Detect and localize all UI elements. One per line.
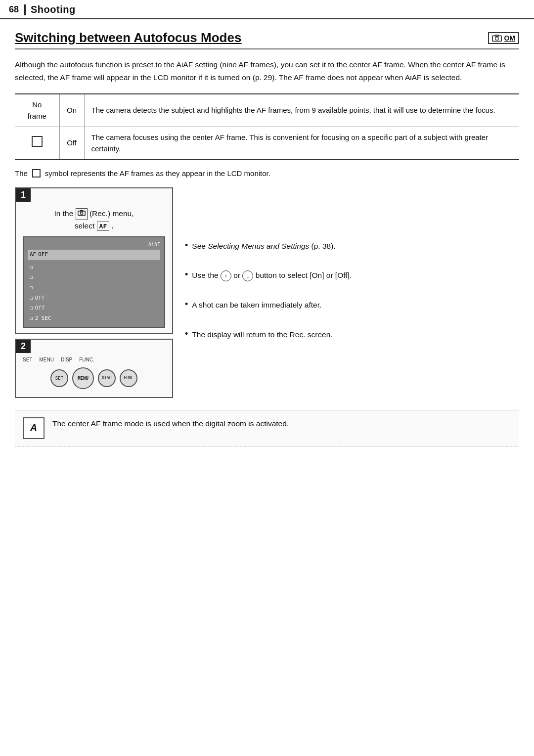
- menu-off-label: OFF: [38, 250, 48, 260]
- section-label: Shooting: [31, 4, 76, 15]
- svg-point-5: [80, 212, 83, 215]
- step2-content: SET MENU DISP FUNC. SET MENU DISP: [16, 353, 172, 397]
- mode-label: OM: [504, 34, 515, 42]
- menu-icon-6: ◻: [30, 314, 33, 323]
- step1-text: In the (Rec.) menu, select AF .: [23, 208, 165, 231]
- menu-icon-1: ◻: [30, 263, 33, 272]
- table-cell-desc: The camera detects the subject and highl…: [84, 94, 519, 127]
- camera-svg-icon: [492, 34, 502, 42]
- menu-icon-3: ◻: [30, 283, 33, 293]
- func-button[interactable]: FUNC: [120, 369, 137, 387]
- table-cell-onoff: On: [59, 94, 84, 127]
- bullet-dot-2: •: [185, 269, 188, 280]
- camera-mode-icon: OM: [488, 32, 519, 44]
- step1-number: 1: [16, 188, 31, 202]
- table-row: Off The camera focuses using the center …: [15, 127, 519, 160]
- down-button-icon: ↓: [242, 270, 253, 281]
- off-label: Off: [67, 138, 77, 147]
- intro-paragraph: Although the autofocus function is prese…: [15, 58, 519, 84]
- table-cell-icon: [15, 127, 59, 160]
- bullet-text-3: A shot can be taken immediately after.: [192, 299, 519, 311]
- menu-button[interactable]: MENU: [72, 367, 94, 389]
- symbol-line: The symbol represents the AF frames as t…: [15, 169, 519, 178]
- step1-line1: In the: [54, 209, 76, 218]
- table-cell-desc: The camera focuses using the center AF f…: [84, 127, 519, 160]
- af-modes-table: No frame On The camera detects the subje…: [15, 93, 519, 160]
- table-row: No frame On The camera detects the subje…: [15, 94, 519, 127]
- page-title: Switching between Autofocus Modes OM: [15, 30, 519, 49]
- menu-label: MENU: [39, 357, 53, 362]
- bullet-text-1: See Selecting Menus and Settings (p. 38)…: [192, 240, 519, 253]
- bullet-item-4: • The display will return to the Rec. sc…: [185, 328, 519, 341]
- bullet-dot-3: •: [185, 299, 188, 310]
- menu-row-highlighted: AF OFF: [28, 250, 160, 260]
- menu-icon-5: ◻: [30, 304, 33, 313]
- set-ring[interactable]: SET: [50, 369, 68, 387]
- header-separator: [24, 4, 26, 15]
- svg-point-2: [495, 37, 498, 40]
- bullet-item-1: • See Selecting Menus and Settings (p. 3…: [185, 240, 519, 253]
- main-content: Switching between Autofocus Modes OM Alt…: [0, 19, 534, 461]
- bullet-text-4: The display will return to the Rec. scre…: [192, 328, 519, 341]
- italic-menus-settings: Selecting Menus and Settings: [208, 242, 309, 250]
- step1-cam-icon: [76, 208, 88, 220]
- step1-box: 1 In the (Rec.) menu, sele: [15, 187, 173, 334]
- symbol-line-the: The: [15, 169, 28, 178]
- menu-row-6: ◻ 2 SEC: [28, 313, 160, 324]
- set-label: SET: [23, 357, 32, 362]
- symbol-line-rest: symbol represents the AF frames as they …: [45, 169, 270, 178]
- bullet-text-2: Use the ↑ or ↓ button to select [On] or …: [192, 269, 519, 282]
- steps-right: • See Selecting Menus and Settings (p. 3…: [185, 187, 519, 398]
- on-label: On: [67, 106, 77, 114]
- no-frame-label: No frame: [28, 100, 46, 120]
- menu-row-5: ◻ Off: [28, 303, 160, 313]
- frame-square-icon: [32, 136, 43, 147]
- step1-line2: (Rec.) menu,: [89, 209, 134, 218]
- disp-label: DISP: [61, 357, 72, 362]
- note-icon-label: A: [30, 422, 37, 434]
- menu-icon-4: ◻: [30, 294, 33, 303]
- menu-aiaf-label: AiAF: [28, 240, 160, 249]
- bullet-item-3: • A shot can be taken immediately after.: [185, 299, 519, 311]
- menu-val-6: 2 SEC: [35, 314, 51, 323]
- steps-left: 1 In the (Rec.) menu, sele: [15, 187, 173, 398]
- note-box: A The center AF frame mode is used when …: [15, 410, 519, 446]
- header-bar: 68 Shooting: [0, 0, 534, 19]
- button-row: SET MENU DISP FUNC: [21, 364, 167, 393]
- steps-container: 1 In the (Rec.) menu, sele: [15, 187, 519, 398]
- bullet-dot-1: •: [185, 240, 188, 251]
- table-cell-onoff: Off: [59, 127, 84, 160]
- table-cell-icon: No frame: [15, 94, 59, 127]
- step2-number: 2: [16, 340, 31, 353]
- bullet-item-2: • Use the ↑ or ↓ button to select [On] o…: [185, 269, 519, 282]
- menu-val-4: Off: [35, 294, 45, 303]
- menu-row-3: ◻: [28, 283, 160, 293]
- step2-box: 2 SET MENU DISP FUNC. SET: [15, 339, 173, 398]
- step1-content: In the (Rec.) menu, select AF .: [16, 202, 172, 333]
- step1-camera-svg: [78, 210, 86, 216]
- note-icon: A: [23, 417, 44, 439]
- bullet-dot-4: •: [185, 328, 188, 340]
- menu-row-4: ◻ Off: [28, 293, 160, 304]
- step2-top-labels: SET MENU DISP FUNC.: [21, 357, 167, 362]
- disp-button[interactable]: DISP: [98, 369, 116, 387]
- page-number: 68: [9, 4, 19, 15]
- note-text: The center AF frame mode is used when th…: [52, 417, 289, 430]
- step1-select-dot: .: [112, 222, 114, 230]
- menu-val-5: Off: [35, 304, 45, 313]
- menu-icon-2: ◻: [30, 273, 33, 282]
- func-label-top: FUNC.: [79, 357, 94, 362]
- menu-af-icon: AF: [30, 250, 36, 260]
- title-text: Switching between Autofocus Modes: [15, 30, 241, 45]
- inline-square-symbol: [32, 169, 41, 178]
- menu-row-1: ◻: [28, 263, 160, 273]
- up-button-icon: ↑: [221, 270, 231, 281]
- step1-select-icon: AF: [97, 222, 110, 231]
- set-controller: SET: [50, 369, 68, 387]
- menu-row-2: ◻: [28, 272, 160, 283]
- menu-screen: AiAF AF OFF ◻ ◻ ◻: [23, 236, 165, 328]
- step1-line3: select: [75, 222, 97, 230]
